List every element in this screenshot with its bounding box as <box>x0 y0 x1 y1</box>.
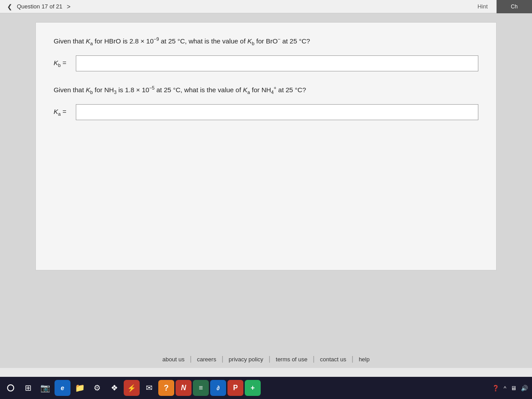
q2-sup-plus: + <box>274 85 276 90</box>
tray-volume-icon[interactable]: 🔊 <box>520 384 529 392</box>
edge-icon: e <box>55 380 70 396</box>
hint-button[interactable]: Hint <box>477 3 488 10</box>
q2-kb-label: K <box>86 86 90 94</box>
q1-kb-label: K <box>247 37 252 45</box>
q1-sup-neg9: −9 <box>154 36 159 42</box>
footer-terms[interactable]: terms of use <box>270 356 313 363</box>
taskbar-plus-button[interactable]: + <box>245 380 261 396</box>
ka-label: Ka = <box>54 108 71 117</box>
taskbar-explorer-button[interactable]: 📁 <box>72 380 88 396</box>
plus-icon: + <box>245 380 261 396</box>
q2-sub-3: 3 <box>114 90 117 95</box>
taskbar-netflix-button[interactable]: N <box>176 380 192 396</box>
kb-input[interactable] <box>76 55 478 71</box>
footer-about[interactable]: about us <box>157 356 190 363</box>
taskbar-dropbox-button[interactable]: ❖ <box>106 380 122 396</box>
question1-text: Given that Ka for HBrO is 2.8 × 10−9 at … <box>54 36 478 47</box>
footer-links-bar: about us | careers | privacy policy | te… <box>0 350 532 368</box>
top-navigation-bar: ❮ Question 17 of 21 > Hint Ch <box>0 0 532 13</box>
q1-sub-b: b <box>252 41 254 46</box>
question-counter: Question 17 of 21 <box>17 3 63 10</box>
ka-input[interactable] <box>76 104 478 120</box>
taskbar-pearson-button[interactable]: P <box>227 380 243 396</box>
netflix-icon: N <box>176 380 192 396</box>
q1-sup-minus: − <box>278 36 280 42</box>
taskbar-edge-button[interactable]: e <box>55 380 70 396</box>
anki-icon: ∂ <box>210 380 226 396</box>
settings-icon: ⚙ <box>94 383 101 393</box>
footer-contact[interactable]: contact us <box>315 356 352 363</box>
taskbar-quiz-button[interactable]: ≡ <box>193 380 209 396</box>
question-panel: Given that Ka for HBrO is 2.8 × 10−9 at … <box>35 22 497 270</box>
q1-sub-a: a <box>90 41 93 46</box>
q2-sub-a: a <box>247 90 250 95</box>
explorer-icon: 📁 <box>75 383 85 393</box>
prev-question-arrow[interactable]: ❮ <box>4 3 15 10</box>
taskbar-start-button[interactable] <box>3 380 19 396</box>
footer-help[interactable]: help <box>353 356 375 363</box>
dropbox-icon: ❖ <box>111 383 118 393</box>
taskbar-snap-button[interactable]: ⊞ <box>20 380 36 396</box>
taskbar-help-button[interactable]: ? <box>158 380 174 396</box>
check-button[interactable]: Ch <box>497 0 532 13</box>
quiz-icon: ≡ <box>193 380 209 396</box>
tray-up-arrow-icon[interactable]: ^ <box>502 384 508 392</box>
system-tray: ❓ ^ 🖥 🔊 <box>491 384 529 392</box>
kb-label: Kb = <box>54 59 71 68</box>
tray-monitor-icon[interactable]: 🖥 <box>509 384 518 392</box>
question2-text: Given that Kb for NH3 is 1.8 × 10−5 at 2… <box>54 85 478 96</box>
tray-question-icon[interactable]: ❓ <box>491 384 501 392</box>
q2-sup-neg5: −5 <box>149 85 155 90</box>
q1-ka-label: K <box>86 37 90 45</box>
camera-icon: 📷 <box>40 383 50 393</box>
taskbar: ⊞ 📷 e 📁 ⚙ ❖ ⚡ ✉ ? N ≡ ∂ P + <box>0 377 532 399</box>
answer-row-2: Ka = <box>54 104 478 120</box>
start-circle-icon <box>7 384 14 391</box>
next-question-arrow[interactable]: > <box>64 3 73 10</box>
answer-row-1: Kb = <box>54 55 478 71</box>
q2-ka-label: K <box>243 86 247 94</box>
main-content-area: Given that Ka for HBrO is 2.8 × 10−9 at … <box>0 13 532 350</box>
help-icon: ? <box>158 380 174 396</box>
taskbar-mail-button[interactable]: ✉ <box>141 380 157 396</box>
taskbar-settings-button[interactable]: ⚙ <box>89 380 105 396</box>
mail-icon: ✉ <box>146 383 153 393</box>
footer-careers[interactable]: careers <box>192 356 221 363</box>
footer-privacy[interactable]: privacy policy <box>223 356 269 363</box>
flash-icon: ⚡ <box>124 380 140 396</box>
taskbar-anki-button[interactable]: ∂ <box>210 380 226 396</box>
pearson-icon: P <box>227 380 243 396</box>
taskbar-camera-button[interactable]: 📷 <box>37 380 53 396</box>
snap-icon: ⊞ <box>25 383 31 393</box>
q2-sub-b: b <box>90 90 93 95</box>
taskbar-flash-button[interactable]: ⚡ <box>124 380 140 396</box>
